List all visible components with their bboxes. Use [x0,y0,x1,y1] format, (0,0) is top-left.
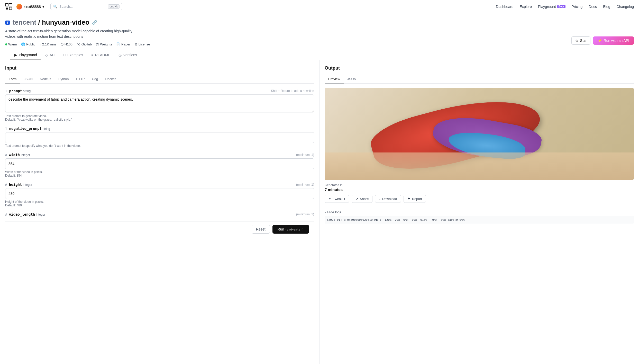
negative-prompt-desc: Text prompt to specify what you don't wa… [5,144,314,148]
run-api-button[interactable]: ⚡ Run with an API [593,36,634,45]
main-content: Input Form JSON Node.js Python HTTP Cog … [0,60,639,364]
star-icon: ☆ [575,39,579,43]
tab-api[interactable]: ◇ API [41,50,60,60]
search-bar[interactable]: 🔍 Search... cmd+k [50,3,122,10]
width-name: width [9,153,20,157]
model-link-icon[interactable]: 🔗 [92,20,97,25]
topnav-links: Dashboard Explore Playground Beta Pricin… [496,5,634,9]
output-panel: Output Preview JSON Generated in 7 minut… [320,60,639,364]
tweak-icon: ✦ [328,197,331,201]
run-icon: ⚡ [598,39,602,43]
tab-readme[interactable]: ≡ README [87,50,114,60]
logs-chevron: › [325,210,326,214]
download-icon: ↓ [379,197,381,201]
model-description: A state-of-the-art text-to-video generat… [5,28,139,39]
header-actions: ☆ Star ⚡ Run with an API [571,36,634,45]
input-tab-nodejs[interactable]: Node.js [36,75,55,83]
page-header: T tencent / hunyuan-video 🔗 A state-of-t… [0,13,639,60]
video-length-hint: (minimum: 1) [296,213,314,216]
field-prompt: T prompt string Shift + Return to add a … [5,89,314,121]
paper-link[interactable]: 📄 Paper [116,42,130,46]
run-button[interactable]: Run (cmd+enter) [272,225,309,234]
nav-pricing[interactable]: Pricing [572,5,583,9]
nav-dashboard[interactable]: Dashboard [496,5,514,9]
tab-api-icon: ◇ [45,53,48,57]
nav-explore[interactable]: Explore [520,5,532,9]
output-tab-json[interactable]: JSON [344,75,360,83]
video-length-name: video_length [9,212,35,216]
output-tabs: Preview JSON [325,75,634,84]
video-length-type-icon: # [5,213,7,216]
width-default: Default: 854 [5,174,314,177]
nav-blog[interactable]: Blog [603,5,610,9]
prompt-type-icon: T [5,89,7,93]
github-link[interactable]: ⌥ GitHub [77,42,92,46]
fabric-visual [325,88,634,180]
field-video-length-header: # video_length integer (minimum: 1) [5,212,314,216]
width-type-icon: # [5,153,7,157]
negative-prompt-name: negative_prompt [9,127,42,131]
svg-rect-0 [6,4,8,6]
width-input[interactable] [5,158,314,169]
height-default: Default: 480 [5,204,314,207]
runs-count: ↑ 2.1K runs [40,42,57,46]
weights-link[interactable]: ⚖ Weights [96,42,112,46]
user-menu[interactable]: xinxi88888 ▾ [16,4,44,9]
download-button[interactable]: ↓ Download [375,195,401,203]
report-icon: ⚑ [407,197,410,201]
prompt-hint: Shift + Return to add a new line [271,89,314,93]
generated-info: Generated in 7 minutes [325,183,634,192]
input-actions: Reset Run (cmd+enter) [5,222,314,237]
input-tab-http[interactable]: HTTP [72,75,88,83]
topnav: xinxi88888 ▾ 🔍 Search... cmd+k Dashboard… [0,0,639,13]
search-placeholder: Search... [59,5,106,8]
tab-playground[interactable]: ▶ Playground [10,50,41,60]
height-desc: Height of the video in pixels. [5,200,314,204]
prompt-input[interactable] [5,94,314,112]
logs-header[interactable]: › Hide logs [325,210,634,214]
input-tab-json[interactable]: JSON [20,75,36,83]
input-tab-docker[interactable]: Docker [102,75,119,83]
tab-examples-icon: □ [63,53,66,57]
nav-playground[interactable]: Playground Beta [538,5,565,9]
run-shortcut: (cmd+enter) [285,228,304,231]
field-width: # width integer (minimum: 1) Width of th… [5,153,314,177]
reset-button[interactable]: Reset [252,225,270,234]
hardware: ⬡ H100 [61,42,72,46]
height-name: height [9,183,22,187]
license-link[interactable]: ⚖ License [134,42,150,46]
page-tabs: ▶ Playground ◇ API □ Examples ≡ README ◷… [5,50,634,60]
search-icon: 🔍 [53,5,57,8]
tweak-button[interactable]: ✦ Tweak it [325,195,349,203]
model-meta: Warm 🌐 Public ↑ 2.1K runs ⬡ H100 ⌥ GitHu… [5,42,634,46]
logo[interactable] [5,3,12,10]
tab-examples[interactable]: □ Examples [59,50,87,60]
model-title: tencent / hunyuan-video [13,18,89,26]
input-tab-python[interactable]: Python [55,75,72,83]
tab-versions-icon: ◷ [118,53,122,57]
field-height-header: # height integer (minimum: 1) [5,183,314,187]
prompt-type: string [23,89,31,93]
svg-rect-7 [9,7,12,10]
height-type-icon: # [5,183,7,187]
width-hint: (minimum: 1) [296,153,314,157]
model-title-row: T tencent / hunyuan-video 🔗 [5,18,634,26]
input-tab-form[interactable]: Form [5,75,20,83]
user-avatar [16,4,22,9]
height-input[interactable] [5,188,314,199]
negative-prompt-input[interactable] [5,132,314,143]
report-button[interactable]: ⚑ Report [404,195,426,203]
output-tab-preview[interactable]: Preview [325,75,344,83]
generated-label: Generated in [325,183,634,187]
tab-versions[interactable]: ◷ Versions [114,50,141,60]
prompt-default: Default: "A cat walks on the grass, real… [5,118,314,121]
nav-docs[interactable]: Docs [589,5,597,9]
fabric-reflection [325,152,634,180]
share-icon: ↗ [355,197,358,201]
share-button[interactable]: ↗ Share [352,195,373,203]
nav-changelog[interactable]: Changelog [616,5,634,9]
logs-content: [2025-01] @ 0x5000000020010 MB 5 -120% -… [325,216,634,224]
star-button[interactable]: ☆ Star [571,36,591,45]
output-video [325,88,634,180]
input-tab-cog[interactable]: Cog [88,75,102,83]
